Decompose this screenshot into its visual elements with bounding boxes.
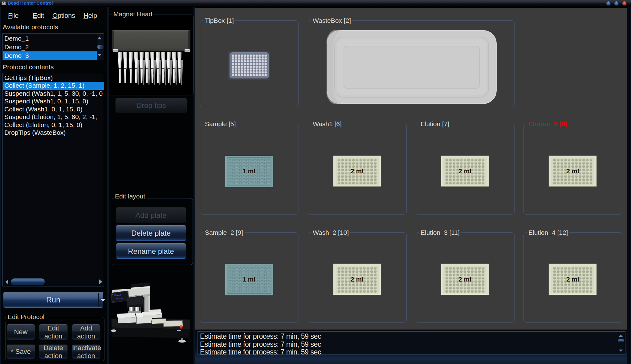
svg-text:1 ml: 1 ml — [242, 276, 255, 283]
svg-text:2 ml: 2 ml — [458, 167, 471, 174]
svg-text:2 ml: 2 ml — [351, 167, 364, 174]
svg-text:2 ml: 2 ml — [566, 276, 579, 283]
svg-text:Hunter: Hunter — [116, 297, 124, 300]
svg-text:2 ml: 2 ml — [566, 167, 579, 174]
svg-text:Bead: Bead — [114, 294, 121, 297]
svg-text:2 ml: 2 ml — [458, 276, 471, 283]
svg-text:2 ml: 2 ml — [351, 276, 364, 283]
svg-text:1 ml: 1 ml — [242, 167, 255, 174]
